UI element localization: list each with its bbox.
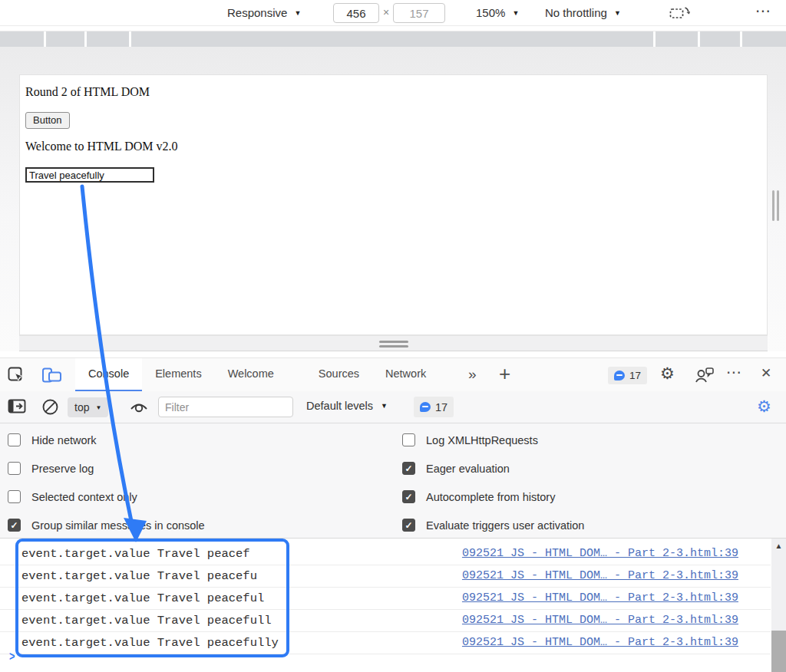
- rotate-viewport-icon[interactable]: [669, 5, 691, 25]
- console-sidebar-toggle-icon[interactable]: [8, 398, 27, 418]
- chevron-down-icon: ▼: [95, 404, 101, 411]
- console-message-text: event.target.value Travel peacefull: [21, 610, 272, 631]
- console-message-row: event.target.value Travel peacef 092521 …: [0, 543, 771, 565]
- checkbox-preserve-log[interactable]: Preserve log: [8, 462, 94, 475]
- javascript-context-dropdown[interactable]: top ▼: [68, 397, 108, 417]
- console-source-link[interactable]: 092521 JS - HTML DOM… - Part 2-3.html:39: [462, 632, 738, 654]
- console-source-link[interactable]: 092521 JS - HTML DOM… - Part 2-3.html:39: [462, 565, 738, 587]
- checkbox-label: Group similar messages in console: [31, 519, 205, 532]
- checkbox-label: Hide network: [31, 434, 97, 446]
- chevron-down-icon: ▼: [294, 9, 301, 17]
- viewport-width-input[interactable]: [333, 3, 379, 23]
- issues-bubble-icon: [614, 371, 625, 380]
- media-query-segment-divider: [740, 31, 742, 48]
- console-toolbar: top ▼ Default levels ▼ 17 ⚙: [0, 391, 786, 423]
- media-query-segment-divider: [698, 31, 700, 48]
- checkbox-icon[interactable]: [402, 519, 415, 532]
- checkbox-icon[interactable]: [8, 433, 21, 446]
- viewport-resize-handle-bottom[interactable]: [19, 335, 768, 351]
- console-settings-panel: Hide network Preserve log Selected conte…: [0, 423, 786, 539]
- console-message-row: event.target.value Travel peaceful 09252…: [0, 588, 771, 610]
- feedback-icon[interactable]: [695, 367, 715, 387]
- dimension-times-separator: ×: [383, 6, 389, 18]
- checkbox-log-xmlhttprequests[interactable]: Log XMLHttpRequests: [402, 433, 538, 446]
- dimension-mode-dropdown[interactable]: Responsive ▼: [227, 6, 301, 19]
- issues-bubble-icon: [420, 402, 431, 412]
- devtools-tabs: Console Elements Welcome Sources Network: [75, 358, 439, 392]
- media-query-segment-divider: [129, 31, 131, 48]
- tab-console[interactable]: Console: [75, 358, 142, 392]
- media-query-segment-divider: [44, 31, 46, 48]
- console-message-row: event.target.value Travel peacefull 0925…: [0, 610, 771, 632]
- inspect-element-icon[interactable]: [8, 367, 25, 387]
- devtools-tabbar: Console Elements Welcome Sources Network…: [0, 357, 786, 391]
- chevron-down-icon: ▼: [614, 9, 621, 17]
- checkbox-icon[interactable]: [8, 462, 21, 475]
- console-issues-counter-button[interactable]: 17: [414, 397, 454, 417]
- scrollbar-thumb[interactable]: [771, 631, 786, 672]
- checkbox-selected-context-only[interactable]: Selected context only: [8, 490, 137, 503]
- console-filter-input[interactable]: [158, 397, 293, 417]
- checkbox-icon[interactable]: [402, 490, 415, 503]
- issues-counter-button[interactable]: 17: [608, 367, 647, 384]
- checkbox-hide-network[interactable]: Hide network: [8, 433, 97, 446]
- live-expression-eye-icon[interactable]: [129, 400, 149, 417]
- checkbox-eager-evaluation[interactable]: Eager evaluation: [402, 462, 510, 475]
- issues-count: 17: [629, 370, 641, 381]
- tab-network[interactable]: Network: [372, 358, 439, 392]
- log-levels-dropdown[interactable]: Default levels ▼: [306, 400, 388, 412]
- console-source-link[interactable]: 092521 JS - HTML DOM… - Part 2-3.html:39: [462, 543, 738, 565]
- media-query-segment-divider: [84, 31, 87, 48]
- chevron-down-icon: ▼: [512, 9, 519, 17]
- tab-sources[interactable]: Sources: [305, 358, 372, 392]
- checkbox-icon[interactable]: [402, 433, 415, 446]
- page-text-input[interactable]: [25, 167, 154, 183]
- checkbox-icon[interactable]: [402, 462, 415, 475]
- devtools-settings-gear-icon[interactable]: ⚙: [660, 364, 675, 383]
- more-tabs-icon[interactable]: »: [468, 366, 477, 383]
- checkbox-autocomplete-from-history[interactable]: Autocomplete from history: [402, 490, 555, 503]
- resize-grip-line: [379, 345, 408, 348]
- page-button[interactable]: Button: [25, 112, 70, 129]
- tab-elements[interactable]: Elements: [142, 358, 214, 392]
- viewport-resize-handle-right[interactable]: [771, 190, 781, 221]
- console-source-link[interactable]: 092521 JS - HTML DOM… - Part 2-3.html:39: [462, 588, 738, 609]
- device-toolbar-more-options-icon[interactable]: ⋯: [755, 2, 771, 20]
- viewport-height-input[interactable]: [393, 3, 445, 23]
- checkbox-label: Evaluate triggers user activation: [426, 519, 584, 532]
- page-heading: Round 2 of HTML DOM: [25, 85, 150, 99]
- scrollbar-up-arrow-icon[interactable]: ▲: [771, 542, 786, 550]
- console-scrollbar[interactable]: ▲: [771, 539, 786, 672]
- device-toolbar: Responsive ▼ × 150% ▼ No throttling ▼ ⋯: [0, 0, 786, 26]
- toggle-device-toolbar-icon[interactable]: [41, 367, 63, 387]
- tab-welcome[interactable]: Welcome: [215, 358, 287, 392]
- throttling-label: No throttling: [545, 6, 607, 19]
- context-label: top: [74, 401, 89, 413]
- add-tab-icon[interactable]: +: [499, 362, 510, 386]
- console-source-link[interactable]: 092521 JS - HTML DOM… - Part 2-3.html:39: [462, 610, 738, 631]
- console-message-text: event.target.value Travel peacefully: [21, 632, 279, 654]
- close-devtools-icon[interactable]: ✕: [761, 365, 771, 381]
- zoom-dropdown[interactable]: 150% ▼: [476, 6, 519, 19]
- console-prompt-chevron-icon[interactable]: >: [9, 650, 15, 664]
- media-query-bar[interactable]: [0, 31, 786, 47]
- checkbox-label: Preserve log: [31, 463, 94, 475]
- devtools-more-options-icon[interactable]: ⋯: [726, 363, 742, 381]
- console-message-text: event.target.value Travel peaceful: [21, 588, 264, 609]
- console-settings-gear-icon[interactable]: ⚙: [757, 397, 771, 416]
- throttling-dropdown[interactable]: No throttling ▼: [545, 6, 621, 19]
- console-messages-area: event.target.value Travel peacef 092521 …: [0, 539, 786, 672]
- checkbox-label: Autocomplete from history: [426, 491, 555, 503]
- page-welcome-heading: Welcome to HTML DOM v2.0: [25, 140, 178, 153]
- clear-console-icon[interactable]: [41, 398, 59, 419]
- console-message-text: event.target.value Travel peacefu: [21, 565, 257, 587]
- zoom-level-label: 150%: [476, 6, 505, 19]
- checkbox-icon[interactable]: [8, 519, 21, 532]
- checkbox-label: Eager evaluation: [426, 463, 510, 475]
- log-levels-label: Default levels: [306, 400, 373, 412]
- dimension-mode-label: Responsive: [227, 6, 287, 19]
- checkbox-group-similar-messages[interactable]: Group similar messages in console: [8, 519, 205, 532]
- console-message-row: event.target.value Travel peacefully 092…: [0, 632, 771, 654]
- checkbox-icon[interactable]: [8, 490, 21, 503]
- checkbox-evaluate-triggers-user-activation[interactable]: Evaluate triggers user activation: [402, 519, 584, 532]
